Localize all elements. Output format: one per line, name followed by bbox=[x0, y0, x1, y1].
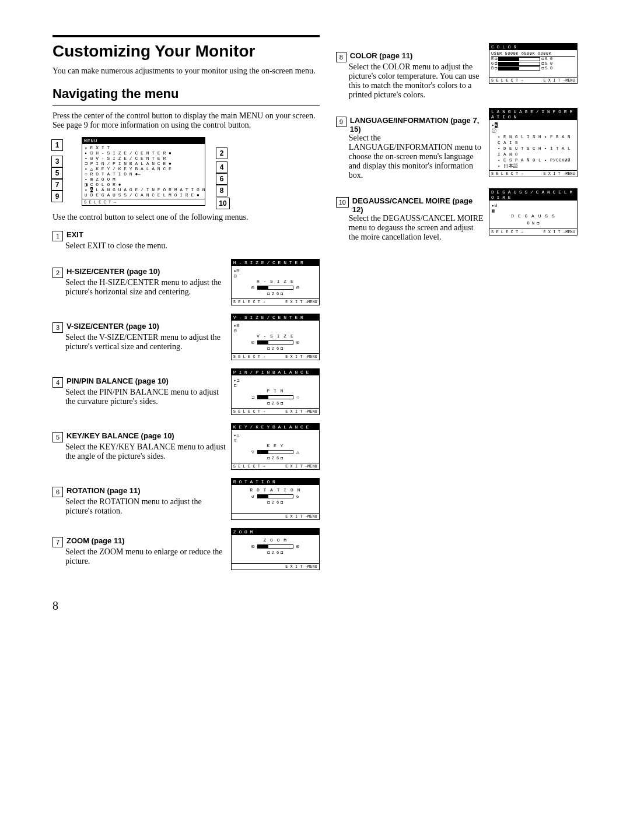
callout-2: 2 bbox=[216, 147, 228, 159]
osd-zoom: Z O O M Z O O M ⊠⊠ ◘2 6◘ E X I T →MENU bbox=[231, 528, 320, 570]
osd-language: L A N G U A G E / I N F O R M A T I O N … bbox=[489, 108, 578, 177]
menu-item-degauss: 10DEGAUSS/CANCEL MOIRE (page 12) Select … bbox=[336, 188, 578, 242]
nav-intro: Press the center of the control button t… bbox=[52, 111, 320, 130]
menu-item-key: 5KEY/KEY BALANCE (page 10) Select the KE… bbox=[52, 423, 320, 470]
main-menu-diagram: 1 3 5 7 9 2 4 6 8 10 MENU • E X I T ▸ ⊟ … bbox=[52, 137, 251, 206]
menu-item-pin: 4PIN/PIN BALANCE (page 10) Select the PI… bbox=[52, 368, 320, 415]
osd-degauss: D E G A U S S / C A N C E L M O I R E ▸⊍… bbox=[489, 188, 578, 236]
main-menu-osd: MENU • E X I T ▸ ⊟ H - S I Z E / C E N T… bbox=[82, 137, 205, 206]
after-menu-text: Use the control button to select one of … bbox=[52, 213, 320, 222]
menu-item-zoom: 7ZOOM (page 11) Select the ZOOM menu to … bbox=[52, 528, 320, 570]
menu-item-exit: 1 EXIT bbox=[52, 230, 320, 241]
section-heading: Navigating the menu bbox=[52, 86, 320, 101]
callout-7: 7 bbox=[51, 179, 63, 191]
osd-color: C O L O R USER 5000K 6500K 9300K R ◘ ◘ 5… bbox=[489, 43, 578, 84]
osd-hsize: H - S I Z E / C E N T E R ▸⊟⊟ H - S I Z … bbox=[231, 259, 320, 305]
callout-5: 5 bbox=[51, 167, 63, 179]
menu-item-color: 8COLOR (page 11) Select the COLOR menu t… bbox=[336, 43, 578, 100]
osd-rotation: R O T A T I O N R O T A T I O N ↺↻ ◘2 6◘… bbox=[231, 478, 320, 520]
menu-item-language: 9LANGUAGE/INFORMATION (page 7, 15) Selec… bbox=[336, 108, 578, 180]
menu-item-hsize: 2H-SIZE/CENTER (page 10) Select the H-SI… bbox=[52, 259, 320, 305]
callout-4: 4 bbox=[216, 161, 228, 173]
menu-item-rotation: 6ROTATION (page 11) Select the ROTATION … bbox=[52, 478, 320, 520]
callout-6: 6 bbox=[216, 173, 228, 185]
osd-pin: P I N / P I N B A L A N C E ▸⊐⊏ P I N ⊐○… bbox=[231, 368, 320, 415]
callout-3: 3 bbox=[51, 156, 63, 167]
intro-text: You can make numerous adjustments to you… bbox=[52, 66, 320, 76]
callout-8: 8 bbox=[216, 185, 228, 196]
callout-9: 9 bbox=[51, 191, 63, 202]
osd-key: K E Y / K E Y B A L A N C E ▸△▽ K E Y ▽△… bbox=[231, 423, 320, 470]
osd-title: MENU bbox=[82, 138, 205, 144]
callout-10: 10 bbox=[216, 198, 230, 209]
callout-1: 1 bbox=[51, 139, 63, 151]
menu-item-vsize: 3V-SIZE/CENTER (page 10) Select the V-SI… bbox=[52, 314, 320, 360]
page-title: Customizing Your Monitor bbox=[52, 42, 320, 61]
osd-vsize: V - S I Z E / C E N T E R ▸⊡⊟ V - S I Z … bbox=[231, 314, 320, 360]
page-number: 8 bbox=[52, 599, 578, 613]
